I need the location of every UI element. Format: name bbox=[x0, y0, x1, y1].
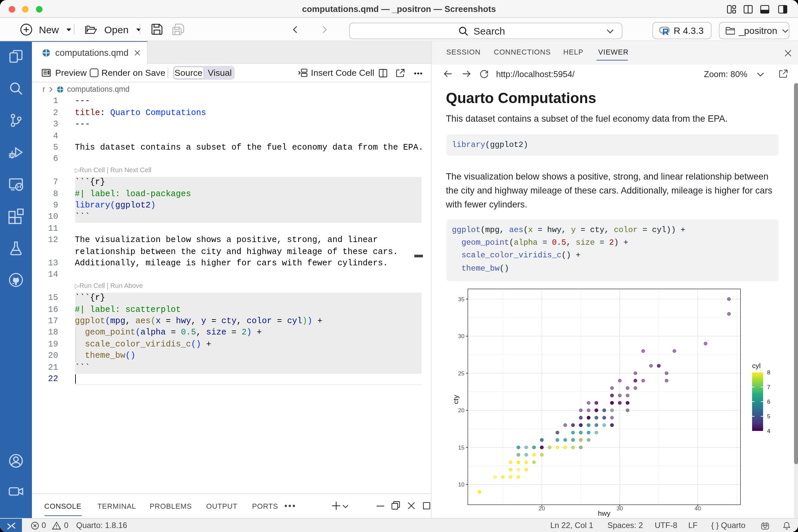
svg-text:R: R bbox=[662, 26, 669, 35]
svg-text:hwy: hwy bbox=[598, 509, 610, 517]
svg-text:30: 30 bbox=[616, 505, 623, 512]
svg-text:4: 4 bbox=[767, 428, 771, 434]
svg-text:20: 20 bbox=[539, 505, 545, 512]
svg-text:15: 15 bbox=[458, 444, 464, 451]
svg-text:35: 35 bbox=[458, 296, 464, 303]
svg-text:7: 7 bbox=[767, 384, 771, 391]
svg-text:20: 20 bbox=[458, 407, 464, 414]
svg-text:6: 6 bbox=[767, 398, 771, 405]
svg-text:cyl: cyl bbox=[752, 362, 761, 369]
svg-text:30: 30 bbox=[458, 333, 464, 340]
svg-text:25: 25 bbox=[458, 370, 464, 377]
svg-text:cty: cty bbox=[452, 395, 459, 404]
svg-text:8: 8 bbox=[767, 369, 771, 376]
svg-text:5: 5 bbox=[767, 413, 771, 420]
svg-text:10: 10 bbox=[458, 481, 464, 488]
svg-text:40: 40 bbox=[695, 505, 701, 512]
